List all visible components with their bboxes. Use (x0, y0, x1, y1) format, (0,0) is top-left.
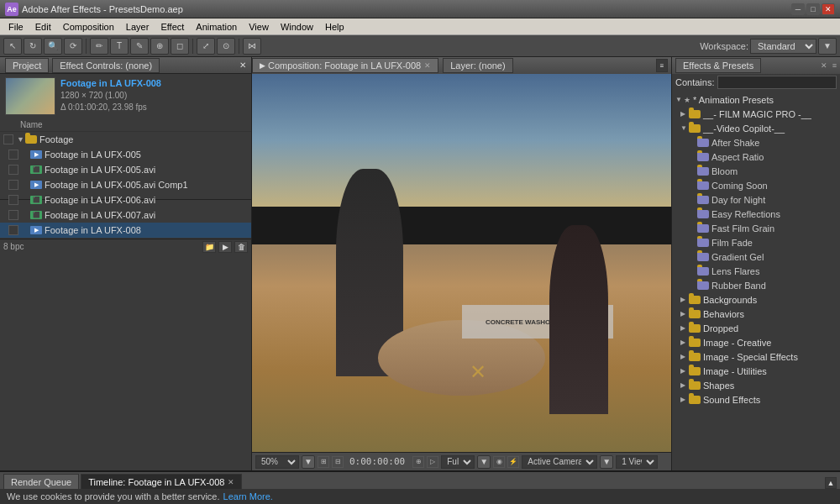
file-list[interactable]: ▼ Footage ▶ Footage in LA UFX-005 ⬛ Foot… (0, 132, 251, 239)
effects-presets-tab[interactable]: Effects & Presets (675, 58, 761, 73)
menu-view[interactable]: View (244, 21, 274, 33)
zoom-tool[interactable]: 🔍 (44, 38, 62, 55)
effects-options[interactable]: ≡ (832, 61, 837, 70)
camera-dropdown[interactable]: ▼ (600, 455, 613, 469)
pen-tool[interactable]: ✏ (90, 38, 108, 55)
tree-video-copilot[interactable]: ▼ __-Video Copilot-__ (672, 121, 840, 135)
menu-help[interactable]: Help (320, 21, 349, 33)
tree-after-shake[interactable]: After Shake (672, 135, 840, 150)
list-item[interactable]: ⬛ Footage in LA UFX-005.avi (0, 162, 251, 177)
tree-easy-reflections[interactable]: Easy Reflections (672, 207, 840, 221)
cookie-learn-more[interactable]: Learn More. (223, 491, 273, 501)
expand-arrow (22, 150, 30, 159)
tree-day-for-night[interactable]: Day for Night (672, 192, 840, 207)
list-item[interactable]: ▼ Footage (0, 132, 251, 147)
item-checkbox[interactable] (8, 150, 18, 160)
delete-btn[interactable]: 🗑 (234, 241, 248, 253)
list-item[interactable]: ⬛ Footage in LA UFX-006.avi (0, 192, 251, 207)
menu-composition[interactable]: Composition (58, 21, 119, 33)
preview-btn[interactable]: ▷ (427, 456, 438, 468)
list-item[interactable]: ⬛ Footage in LA UFX-007.avi (0, 207, 251, 223)
zoom-select[interactable]: 50%100%25% (255, 455, 299, 469)
rotate-tool[interactable]: ↻ (24, 38, 42, 55)
anchor-tool[interactable]: ⊙ (217, 38, 235, 55)
item-checkbox[interactable] (8, 180, 18, 190)
list-item[interactable]: ▶ Footage in LA UFX-005.avi Comp1 (0, 177, 251, 192)
snap-btn[interactable]: ⊕ (412, 456, 424, 468)
tree-sound-effects[interactable]: ▶ Sound Effects (672, 392, 840, 407)
tree-backgrounds[interactable]: ▶ Backgrounds (672, 292, 840, 307)
menu-edit[interactable]: Edit (30, 21, 56, 33)
tree-dropped[interactable]: ▶ Dropped (672, 321, 840, 335)
tree-bloom[interactable]: Bloom (672, 164, 840, 178)
orbit-tool[interactable]: ⟳ (64, 38, 82, 55)
list-item[interactable]: ▶ Footage in LA UFX-005 (0, 147, 251, 162)
timeline-expand-btn[interactable]: ▲ (825, 477, 837, 489)
menu-effect[interactable]: Effect (155, 21, 189, 33)
zoom-dropdown[interactable]: ▼ (302, 455, 315, 469)
effects-search-input[interactable] (717, 76, 837, 89)
tree-film-fade[interactable]: Film Fade (672, 235, 840, 249)
tree-aspect-ratio[interactable]: Aspect Ratio (672, 150, 840, 164)
tree-image-special-effects[interactable]: ▶ Image - Special Effects (672, 349, 840, 364)
effects-close[interactable]: ✕ (821, 61, 827, 70)
workspace-options[interactable]: ▼ (818, 38, 837, 55)
tree-image-utilities[interactable]: ▶ Image - Utilities (672, 364, 840, 378)
tree-image-creative[interactable]: ▶ Image - Creative (672, 335, 840, 349)
workspace-select[interactable]: Standard Minimal All Panels (750, 39, 816, 54)
layer-tab[interactable]: Layer: (none) (443, 58, 512, 73)
brush-tool[interactable]: ✎ (130, 38, 149, 55)
item-checkbox[interactable] (8, 225, 18, 235)
tree-coming-soon[interactable]: Coming Soon (672, 178, 840, 192)
maximize-button[interactable]: □ (806, 3, 820, 15)
quality-select[interactable]: FullHalfQuarter (441, 455, 475, 469)
menu-layer[interactable]: Layer (121, 21, 155, 33)
effects-tree: ▼ ★ * Animation Presets ▶ __- FILM MAGIC… (672, 91, 840, 470)
item-checkbox[interactable] (8, 165, 18, 175)
text-tool[interactable]: T (110, 38, 129, 55)
select-tool[interactable]: ↖ (3, 38, 22, 55)
grid-btn[interactable]: ⊞ (318, 456, 329, 468)
quality-dropdown[interactable]: ▼ (477, 455, 491, 469)
minimize-button[interactable]: ─ (791, 3, 805, 15)
expand-arrow[interactable]: ▼ (17, 135, 25, 144)
menu-animation[interactable]: Animation (191, 21, 242, 33)
comp-tab[interactable]: ▶ Composition: Footage in LA UFX-008 ✕ (252, 58, 438, 73)
tree-behaviors[interactable]: ▶ Behaviors (672, 307, 840, 321)
menu-file[interactable]: File (3, 21, 29, 33)
timeline-tab[interactable]: Timeline: Footage in LA UFX-008 ✕ (81, 474, 242, 489)
new-comp-btn[interactable]: ▶ (218, 241, 232, 253)
view-select[interactable]: 1 View (616, 455, 658, 469)
tree-fast-film-grain[interactable]: Fast Film Grain (672, 221, 840, 235)
effect-controls-tab[interactable]: Effect Controls: (none) (52, 58, 160, 73)
snap-tool[interactable]: ⋈ (243, 38, 261, 55)
tree-shapes[interactable]: ▶ Shapes (672, 378, 840, 392)
move-tool[interactable]: ⤢ (197, 38, 215, 55)
left-panel-close[interactable]: ✕ (239, 60, 246, 70)
stamp-tool[interactable]: ⊕ (150, 38, 169, 55)
timeline-tab-close[interactable]: ✕ (228, 478, 234, 486)
color-mgmt-btn[interactable]: ◉ (493, 456, 505, 468)
render-queue-tab[interactable]: Render Queue (3, 474, 79, 489)
close-button[interactable]: ✕ (822, 3, 835, 15)
item-checkbox[interactable] (8, 195, 18, 205)
item-checkbox[interactable] (3, 134, 13, 144)
tree-lens-flares[interactable]: Lens Flares (672, 264, 840, 278)
project-tab[interactable]: Project (5, 58, 49, 73)
tree-animation-presets[interactable]: ▼ ★ * Animation Presets (672, 92, 840, 107)
tree-film-magic[interactable]: ▶ __- FILM MAGIC PRO -__ (672, 107, 840, 121)
new-folder-btn[interactable]: 📁 (202, 241, 216, 253)
eraser-tool[interactable]: ◻ (171, 38, 189, 55)
composition-view[interactable]: CONCRETE WASHOUT SYSTEM ✕ (252, 74, 671, 452)
expand-tri: ▶ (680, 396, 689, 403)
item-checkbox[interactable] (8, 210, 18, 220)
comp-tab-close[interactable]: ✕ (424, 61, 431, 70)
title-safe-btn[interactable]: ⊟ (332, 456, 344, 468)
list-item[interactable]: ▶ Footage in LA UFX-008 (0, 223, 251, 238)
menu-window[interactable]: Window (276, 21, 318, 33)
comp-options-btn[interactable]: ≡ (656, 59, 668, 72)
tree-rubber-band[interactable]: Rubber Band (672, 278, 840, 292)
fast-preview-btn[interactable]: ⚡ (507, 456, 519, 468)
camera-select[interactable]: Active Camera (522, 455, 597, 469)
tree-gradient-gel[interactable]: Gradient Gel (672, 249, 840, 264)
